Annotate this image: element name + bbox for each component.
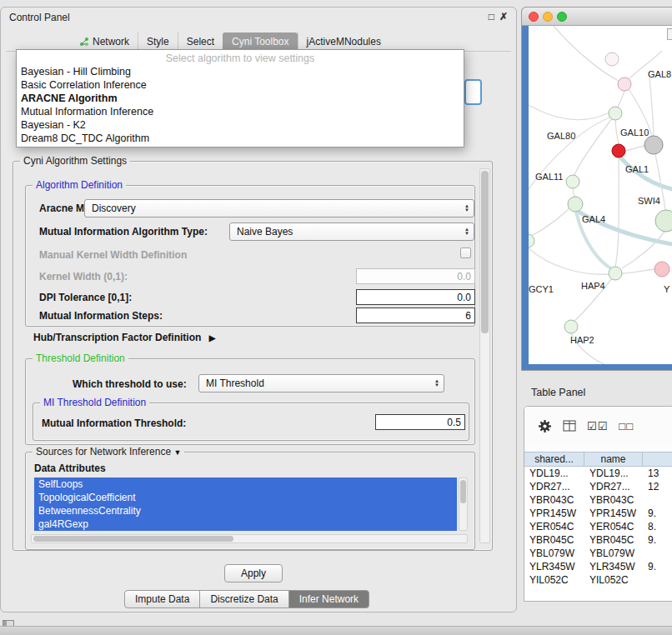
table-cell[interactable]: YBR043C: [524, 493, 584, 507]
network-node[interactable]: [655, 210, 672, 232]
apply-button[interactable]: Apply: [224, 564, 283, 582]
column-header-shared-name[interactable]: shared...: [524, 452, 584, 466]
dpi-tolerance-input[interactable]: [356, 289, 475, 305]
network-node[interactable]: [654, 262, 669, 277]
table-cell[interactable]: [643, 493, 672, 507]
table-cell[interactable]: YLR345W: [584, 560, 643, 573]
network-edge[interactable]: [573, 188, 575, 197]
minimize-traffic-light[interactable]: [543, 12, 553, 22]
table-row[interactable]: YER054CYER054C8.: [524, 520, 672, 533]
data-attribute-item[interactable]: SelfLoops: [34, 478, 457, 491]
select-all-rows-icon[interactable]: ☑☑: [587, 420, 608, 432]
algorithm-popup-item[interactable]: Bayesian - Hill Climbing: [17, 65, 464, 78]
sources-section-toggle[interactable]: Sources for Network Inference ▼: [33, 446, 184, 458]
algorithm-popup-item[interactable]: Basic Correlation Inference: [17, 78, 464, 92]
network-node[interactable]: [564, 320, 578, 333]
tab-select[interactable]: Select: [178, 32, 223, 51]
network-node[interactable]: [566, 175, 579, 188]
table-cell[interactable]: 9.: [643, 533, 672, 547]
table-cell[interactable]: 8.: [643, 520, 672, 533]
network-node[interactable]: [609, 267, 622, 280]
table-row[interactable]: YIL052CYIL052C: [524, 573, 672, 587]
network-edge[interactable]: [622, 269, 654, 273]
tab-style[interactable]: Style: [138, 32, 178, 51]
table-row[interactable]: YPR145WYPR145W9.: [524, 507, 672, 520]
mi-steps-input[interactable]: [356, 308, 475, 323]
network-node[interactable]: [612, 144, 625, 158]
data-attribute-item[interactable]: gal4RGexp: [34, 518, 457, 531]
which-threshold-select[interactable]: MI Threshold ▲▼: [198, 374, 444, 392]
table-cell[interactable]: YBL079W: [584, 547, 643, 560]
network-edge[interactable]: [615, 120, 619, 144]
tab-discretize-data[interactable]: Discretize Data: [199, 590, 288, 608]
table-row[interactable]: YDL19...YDL19...13: [524, 467, 672, 480]
data-attribute-item[interactable]: BetweennessCentrality: [34, 504, 457, 518]
close-window-icon[interactable]: ✗: [499, 11, 508, 22]
settings-vertical-scrollbar[interactable]: [479, 168, 490, 543]
kernel-width-input[interactable]: [356, 268, 475, 284]
attributes-horizontal-scrollbar[interactable]: [31, 534, 468, 543]
table-cell[interactable]: 12: [643, 480, 672, 493]
network-node[interactable]: [605, 52, 619, 66]
network-node[interactable]: [618, 78, 631, 91]
table-cell[interactable]: 9.: [643, 507, 672, 520]
table-cell[interactable]: YDR27...: [524, 480, 584, 493]
network-edge[interactable]: [529, 248, 609, 274]
algorithm-popup-item[interactable]: Mutual Information Inference: [17, 105, 464, 118]
network-edge[interactable]: [529, 105, 609, 120]
table-cell[interactable]: [643, 547, 672, 560]
table-cell[interactable]: YDL19...: [584, 467, 643, 480]
network-edge[interactable]: [615, 158, 619, 267]
tab-impute-data[interactable]: Impute Data: [124, 590, 200, 608]
tab-jactivemnodules[interactable]: jActiveMNodules: [298, 32, 389, 51]
float-window-icon[interactable]: □: [489, 11, 494, 22]
network-node[interactable]: [568, 197, 583, 212]
zoom-traffic-light[interactable]: [557, 12, 567, 22]
network-canvas[interactable]: GAL8GAL80GAL10GAL11GAL1SWI4GAL4GCY1HAP4Y…: [529, 26, 672, 364]
algorithm-popup-item[interactable]: Dream8 DC_TDC Algorithm: [17, 132, 464, 145]
table-cell[interactable]: YBR043C: [584, 493, 643, 507]
table-settings-gear-icon[interactable]: [538, 419, 552, 433]
table-cell[interactable]: YIL052C: [524, 573, 584, 587]
table-cell[interactable]: YDL19...: [524, 467, 584, 480]
table-cell[interactable]: [643, 573, 672, 587]
network-node[interactable]: [609, 107, 622, 120]
table-cell[interactable]: 13: [643, 467, 672, 480]
hub-section-toggle[interactable]: Hub/Transcription Factor Definition ▶: [33, 332, 215, 344]
table-cell[interactable]: YDR27...: [584, 480, 643, 493]
table-cell[interactable]: YBR045C: [584, 533, 643, 547]
table-cell[interactable]: YBL079W: [524, 547, 584, 560]
table-row[interactable]: YBR043CYBR043C: [524, 493, 672, 507]
tab-cyni-toolbox[interactable]: Cyni Toolbox: [223, 32, 297, 51]
table-cell[interactable]: YPR145W: [524, 507, 584, 520]
data-attribute-item[interactable]: TopologicalCoefficient: [34, 491, 457, 504]
column-header-extra[interactable]: [643, 452, 672, 466]
network-node[interactable]: [644, 136, 663, 154]
algorithm-popup-item[interactable]: ARACNE Algorithm: [17, 92, 464, 105]
table-row[interactable]: YBR045CYBR045C9.: [524, 533, 672, 547]
deselect-all-rows-icon[interactable]: □□: [619, 420, 634, 432]
table-row[interactable]: YBL079WYBL079W: [524, 547, 672, 560]
table-cell[interactable]: YIL052C: [584, 573, 643, 587]
attributes-vertical-scrollbar[interactable]: [459, 478, 468, 531]
table-cell[interactable]: 9.: [643, 560, 672, 573]
aracne-mode-select[interactable]: Discovery ▲▼: [84, 199, 474, 218]
table-row[interactable]: YDR27...YDR27...12: [524, 480, 672, 493]
network-node[interactable]: [529, 234, 534, 248]
table-cell[interactable]: YLR345W: [524, 560, 584, 573]
close-traffic-light[interactable]: [529, 12, 539, 22]
column-header-name[interactable]: name: [584, 452, 643, 466]
network-edge[interactable]: [625, 146, 644, 151]
table-cell[interactable]: YER054C: [524, 520, 584, 533]
table-cell[interactable]: YBR045C: [524, 533, 584, 547]
table-row[interactable]: YLR345WYLR345W9.: [524, 560, 672, 573]
table-cell[interactable]: YER054C: [584, 520, 643, 533]
algorithm-popup-item[interactable]: Bayesian - K2: [17, 118, 464, 132]
manual-kernel-checkbox[interactable]: [460, 248, 471, 258]
mi-algorithm-type-select[interactable]: Naive Bayes ▲▼: [229, 222, 474, 241]
mi-threshold-input[interactable]: [375, 414, 465, 430]
tab-network[interactable]: Network: [71, 32, 138, 51]
tab-infer-network[interactable]: Infer Network: [288, 590, 369, 608]
network-edge[interactable]: [649, 78, 654, 136]
table-cell[interactable]: YPR145W: [584, 507, 643, 520]
